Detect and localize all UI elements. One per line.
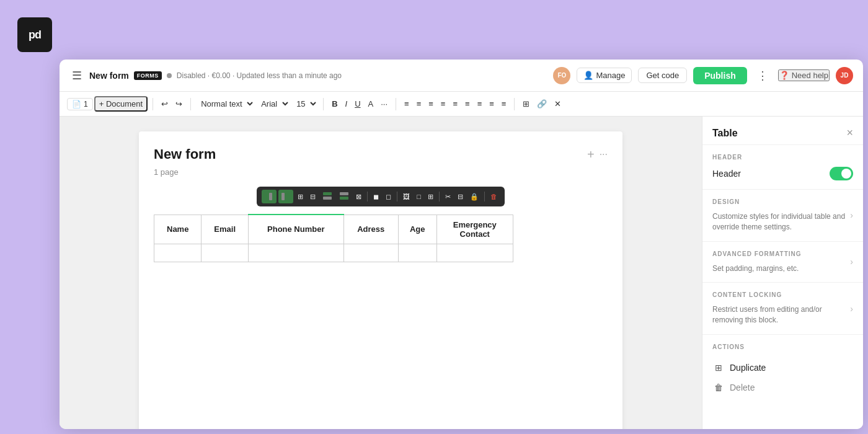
- ft-insert-row-below[interactable]: [337, 190, 352, 203]
- align-right-button[interactable]: ≡: [425, 97, 436, 110]
- align-justify-button[interactable]: ≡: [438, 97, 449, 110]
- ft-split-h[interactable]: ⊟: [308, 191, 318, 203]
- align-center-button[interactable]: ≡: [414, 97, 425, 110]
- ft-image[interactable]: 🖼: [401, 191, 412, 202]
- status-dot: [167, 73, 172, 78]
- design-desc: Customize styles for individual table an…: [712, 211, 850, 232]
- table-row: [154, 244, 513, 262]
- svg-rect-5: [323, 197, 332, 200]
- hamburger-icon[interactable]: ☰: [69, 66, 84, 85]
- toolbar-style-group: Normal text Arial 15: [196, 97, 318, 110]
- ft-merge[interactable]: ⊞: [295, 191, 306, 203]
- ft-delete-row[interactable]: ⊠: [353, 191, 364, 203]
- get-code-button[interactable]: Get code: [638, 68, 687, 83]
- panel-actions: ACTIONS ⊞ Duplicate 🗑 Delete: [702, 335, 863, 406]
- form-title: New form: [89, 71, 129, 81]
- ft-align-cols[interactable]: ⊟: [455, 191, 466, 203]
- page-info-row: 1 page: [154, 167, 608, 177]
- ft-delete[interactable]: 🗑: [488, 191, 500, 202]
- clear-format-button[interactable]: ✕: [551, 97, 564, 110]
- ft-insert-col-right[interactable]: [278, 190, 293, 203]
- person-icon: 👤: [583, 71, 593, 80]
- toolbar-separator-1: [153, 98, 153, 110]
- page-more-button[interactable]: ···: [600, 149, 608, 160]
- td-phone[interactable]: [248, 244, 343, 262]
- svg-rect-0: [265, 193, 268, 200]
- duplicate-action[interactable]: ⊞ Duplicate: [712, 358, 853, 378]
- delete-label: Delete: [730, 383, 755, 392]
- line-height-button[interactable]: ≡: [498, 97, 510, 110]
- th-email: Email: [202, 215, 248, 244]
- toolbar-format-group: B I U A ···: [329, 97, 391, 110]
- text-color-button[interactable]: A: [365, 97, 377, 110]
- design-label: DESIGN: [712, 198, 850, 205]
- ft-style-dark[interactable]: ◼: [371, 191, 381, 203]
- ft-style-light[interactable]: ◻: [383, 191, 394, 203]
- fo-avatar: FO: [553, 67, 570, 84]
- redo-button[interactable]: ↪: [172, 97, 185, 110]
- td-email[interactable]: [202, 244, 248, 262]
- add-document-button[interactable]: + Document: [94, 96, 148, 112]
- indent-increase-button[interactable]: ≡: [486, 97, 497, 110]
- text-style-select[interactable]: Normal text: [196, 97, 255, 110]
- toolbar-separator-2: [190, 98, 191, 110]
- main-window: ☰ New form FORMS Disabled · €0.00 · Upda…: [60, 60, 863, 429]
- panel-header: Table ×: [702, 117, 863, 145]
- page-number-button[interactable]: 📄 1: [67, 98, 93, 110]
- th-age: Age: [398, 215, 436, 244]
- more-format-button[interactable]: ···: [378, 97, 391, 110]
- app-logo: pd: [17, 17, 52, 52]
- advanced-formatting-section[interactable]: ADVANCED FORMATTING Set padding, margins…: [702, 242, 863, 283]
- toolbar-separator-5: [514, 98, 515, 110]
- ft-border-inner[interactable]: ⊞: [425, 191, 436, 203]
- content-locking-label: CONTENT LOCKING: [712, 291, 850, 298]
- toolbar-page-group: 📄 1 + Document: [67, 96, 148, 112]
- link-button[interactable]: 🔗: [534, 97, 550, 110]
- font-select[interactable]: Arial: [256, 97, 290, 110]
- ft-insert-row-above[interactable]: [320, 190, 335, 203]
- ft-sep-1: [367, 192, 368, 202]
- panel-close-button[interactable]: ×: [846, 126, 853, 140]
- app-background: pd ☰ New form FORMS Disabled · €0.00 · U…: [0, 0, 868, 434]
- list-ordered-button[interactable]: ≡: [462, 97, 473, 110]
- add-row-button[interactable]: +: [587, 148, 595, 162]
- toolbar-separator-4: [396, 98, 396, 110]
- content-locking-section[interactable]: CONTENT LOCKING Restrict users from edit…: [702, 283, 863, 335]
- font-size-select[interactable]: 15: [291, 97, 318, 110]
- italic-button[interactable]: I: [342, 97, 351, 110]
- ft-lock[interactable]: 🔒: [467, 191, 481, 203]
- panel-title: Table: [712, 128, 738, 139]
- toolbar: 📄 1 + Document ↩ ↪ Normal text Arial: [60, 92, 863, 117]
- manage-button[interactable]: 👤 Manage: [577, 68, 632, 83]
- delete-action[interactable]: 🗑 Delete: [712, 378, 853, 397]
- help-button[interactable]: ❓ Need help: [778, 69, 830, 81]
- ft-border-outer[interactable]: □: [414, 191, 423, 202]
- td-age[interactable]: [398, 244, 436, 262]
- header-toggle[interactable]: [830, 167, 853, 180]
- ft-cut[interactable]: ✂: [443, 191, 453, 203]
- question-icon: ❓: [779, 71, 789, 80]
- ft-insert-col-left[interactable]: [262, 190, 277, 203]
- bold-button[interactable]: B: [329, 97, 340, 110]
- underline-button[interactable]: U: [352, 97, 363, 110]
- design-section[interactable]: DESIGN Customize styles for individual t…: [702, 190, 863, 242]
- td-emergency[interactable]: [436, 244, 513, 262]
- advanced-formatting-chevron: ›: [850, 257, 853, 267]
- align-left-button[interactable]: ≡: [401, 97, 412, 110]
- toolbar-align-group: ≡ ≡ ≡ ≡ ≡ ≡ ≡ ≡ ≡: [401, 97, 509, 110]
- topbar-right: FO 👤 Manage Get code Publish ⋮ ❓ Need he…: [553, 66, 853, 85]
- td-name[interactable]: [154, 244, 202, 262]
- undo-button[interactable]: ↩: [158, 97, 171, 110]
- table-header-row: Name Email Phone Number Adress Age Emerg…: [154, 215, 513, 244]
- list-unordered-button[interactable]: ≡: [450, 97, 461, 110]
- table-button[interactable]: ⊞: [520, 97, 533, 110]
- data-table: Name Email Phone Number Adress Age Emerg…: [154, 214, 513, 262]
- editor-area: New form + ··· 1 page: [60, 117, 702, 429]
- td-address[interactable]: [343, 244, 398, 262]
- publish-button[interactable]: Publish: [693, 67, 747, 84]
- indent-decrease-button[interactable]: ≡: [474, 97, 485, 110]
- svg-rect-2: [281, 193, 285, 200]
- page-container: New form + ··· 1 page: [139, 131, 622, 429]
- ft-sep-3: [439, 192, 440, 202]
- topbar-more-icon[interactable]: ⋮: [753, 66, 772, 85]
